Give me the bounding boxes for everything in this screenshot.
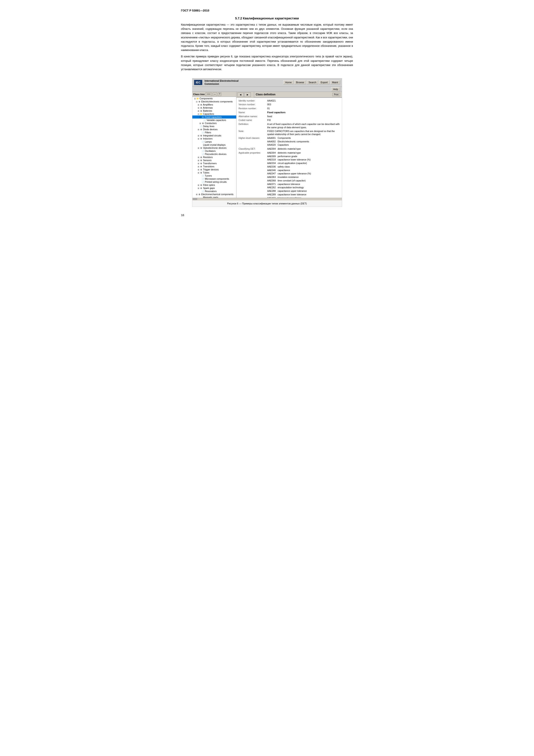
prop-item: AAF463 toleranced capacitance	[267, 197, 340, 198]
tree-item-conductors[interactable]: ⊞⚙ Conductors	[192, 122, 236, 125]
prop-item: AAE047 capacitance upper tolerance (%)	[267, 172, 340, 176]
tree-item[interactable]: ⊞⚙ Transistors	[192, 165, 236, 168]
version-number-label: Version number:	[239, 103, 267, 106]
tree-item[interactable]: 📄 Lamps	[192, 140, 236, 143]
applicable-props-label: Applicable properties:	[239, 151, 267, 198]
tree-item[interactable]: Liquid crystal displays	[192, 143, 236, 146]
iec-app: IEC International Electrotechnical Commi…	[192, 78, 342, 201]
section-title: 5.7.2 Квалификационные характеристики	[181, 16, 353, 20]
tree-item[interactable]: 📄 Printed wiring circuits	[192, 180, 236, 183]
tree-item[interactable]: ⊞⚙ Diode devices	[192, 128, 236, 131]
higher-level-label: Higher-level classes:	[239, 136, 267, 147]
nav-forward-button[interactable]: ►	[244, 93, 251, 97]
tree-item[interactable]: ⊞⚙ Antennas	[192, 106, 236, 109]
doc-header: ГОСТ Р 53891—2010	[181, 9, 353, 12]
prop-item: AAE063 insulation resistance	[267, 176, 340, 179]
tree-item[interactable]: 📄 Oscillators	[192, 149, 236, 152]
class-def-content: Identity number: AAA021 Version number: …	[237, 98, 342, 198]
tree-item[interactable]: ⊞⚙ Trigger devices	[192, 168, 236, 171]
note-value: FIXED CAPACITORS are capacitors that are…	[267, 130, 340, 136]
classifying-det-value: AAE004 dielectric material type	[267, 147, 340, 151]
prop-item: AAE068 time constant (of capacitor)	[267, 179, 340, 182]
print-button[interactable]: Print	[332, 93, 340, 96]
tree-item[interactable]: ⊟📁 Capacitors	[192, 112, 236, 116]
page-number: 16	[181, 213, 353, 217]
tree-item[interactable]: 📄 Tuners	[192, 174, 236, 177]
figure-container: IEC International Electrotechnical Commi…	[192, 78, 342, 207]
prop-item: AAE004 dielectric material type	[267, 151, 340, 155]
prop-item: AAE009 performance grade	[267, 155, 340, 158]
tree-item[interactable]: ⊞⚙ Sensors	[192, 159, 236, 162]
note-label: Note:	[239, 130, 267, 136]
help-button[interactable]: Help	[331, 87, 340, 91]
export-button[interactable]: Export	[319, 80, 330, 84]
tree-item[interactable]: 📄 Resonators	[192, 190, 236, 193]
nav-arrows-panel: ◄ ►	[237, 92, 254, 97]
nav-back-button[interactable]: ◄	[237, 93, 244, 97]
definition-label: Definition:	[239, 122, 267, 129]
tree-item[interactable]: 📄 Filters	[192, 131, 236, 134]
iec-header: IEC International Electrotechnical Commi…	[192, 78, 342, 87]
tree-item[interactable]: ⊞⚙ Fibre optics	[192, 183, 236, 186]
prop-item: AAE036 safety class	[267, 165, 340, 169]
tree-item[interactable]: ⊞⚙ Spark gaps	[192, 186, 236, 190]
prop-item: AAE262 encapsulation technology	[267, 186, 340, 189]
maint-button[interactable]: Maint	[330, 80, 340, 84]
tree-item[interactable]: ⊞⚙ Transformers	[192, 162, 236, 165]
tree-item[interactable]: ⊞⚙ Electromechanical components	[192, 193, 236, 196]
tree-item[interactable]: 📄 Variable capacitors	[192, 119, 236, 122]
class-definition-title: Class definition	[256, 93, 275, 96]
iec-nav-buttons: Home Browse Search Export Maint	[283, 80, 340, 84]
tree-item[interactable]: 📄 Microwave components	[192, 177, 236, 180]
home-button[interactable]: Home	[283, 80, 293, 84]
search-button[interactable]: Search	[307, 80, 318, 84]
definition-value: A set of fixed capacitors of which each …	[267, 122, 340, 129]
iec-logo: IEC	[194, 80, 202, 85]
collapse-all-button[interactable]: ---	[213, 93, 217, 96]
tree-item[interactable]: 📄 Delay lines	[192, 125, 236, 128]
tree-item[interactable]: Magnetic parts	[192, 196, 236, 198]
prop-item: AAE046 capacitance	[267, 169, 340, 172]
higher-level-item: AAA020 Capacitors	[267, 143, 340, 147]
tree-help-button[interactable]: ?	[218, 93, 221, 96]
applicable-props-values: AAE004 dielectric material type AAE009 p…	[267, 151, 340, 198]
left-panel-header: Class tree +++ --- ?	[192, 92, 236, 97]
class-tree-label: Class tree	[193, 93, 205, 95]
iec-left-panel: Class tree +++ --- ? ⊟📁 Components ⊟⚙ El…	[192, 92, 237, 198]
higher-level-item: AAA002 Electric/electronic components	[267, 140, 340, 144]
figure-caption: Рисунок 6 — Примеры классификации типов …	[192, 201, 342, 206]
classifying-det-label: Classifying DET:	[239, 147, 267, 151]
higher-level-values: AAA001 Components AAA002 Electric/electr…	[267, 136, 340, 147]
prop-item: AAE288 capacitance upper tolerance	[267, 189, 340, 193]
coded-name-label: Coded name:	[239, 119, 267, 122]
tree-item[interactable]: ⊟📁 Components	[192, 97, 236, 100]
tree-item[interactable]: ⊞⚙ Optoelectronic devices	[192, 146, 236, 149]
prop-item: AAE071 capacitance tolerance	[267, 182, 340, 186]
iec-org-name: International Electrotechnical Commissio…	[204, 79, 239, 86]
tree-item-fixed-capacitors[interactable]: ⊟⚙ Fixed capacitors	[192, 116, 236, 119]
version-number-value: 003	[267, 103, 340, 106]
tree-item[interactable]: 📄 Piezoelectric devices	[192, 152, 236, 156]
iec-main: Class tree +++ --- ? ⊟📁 Components ⊟⚙ El…	[192, 92, 342, 198]
paragraph2: В качестве примера приведен рисунок 6, г…	[181, 55, 353, 71]
paragraph1: Квалификационная характеристика — это ха…	[181, 23, 353, 52]
expand-all-button[interactable]: +++	[206, 93, 212, 96]
alt-names-label: Alternative names:	[239, 115, 267, 118]
tree-item[interactable]: ⊞⚙ Inductors	[192, 137, 236, 140]
tree-item[interactable]: ⊞⚙ Integrated circuits	[192, 134, 236, 137]
tree-item[interactable]: ⊟⚙ Electric/electronic components	[192, 100, 236, 103]
bottom-scrollbar[interactable]	[192, 198, 342, 201]
name-label: Name:	[239, 111, 267, 114]
prop-item: AAE289 capacitance lower tolerance	[267, 193, 340, 197]
alt-names-value: fixed	[267, 115, 340, 118]
name-value: Fixed capacitors	[267, 111, 340, 114]
tree-item[interactable]: ⊞⚙ Amplifiers	[192, 103, 236, 106]
tree-item[interactable]: ⊞⚙ Tubes	[192, 171, 236, 174]
tree-item[interactable]: ⊞⚙ Batteries	[192, 109, 236, 112]
class-def-header: Class definition Print	[254, 92, 342, 97]
higher-level-item: AAA001 Components	[267, 136, 340, 140]
prop-item: AAE034 circuit application (capacitor)	[267, 162, 340, 165]
tree-item[interactable]: ⊞⚙ Resistors	[192, 156, 236, 159]
browse-button[interactable]: Browse	[294, 80, 306, 84]
identity-number-value: AAA021	[267, 99, 340, 103]
